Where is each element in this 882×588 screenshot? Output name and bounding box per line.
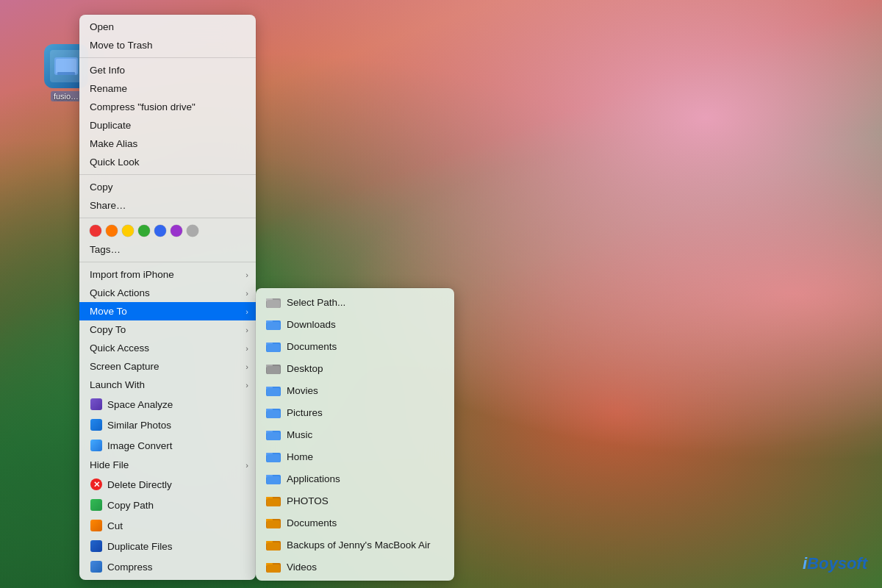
- menu-item-copy[interactable]: Copy: [79, 178, 256, 196]
- context-menu: Open Move to Trash Get Info Rename Compr…: [79, 15, 256, 580]
- pictures-folder-icon: [266, 405, 281, 420]
- submenu-item-photos[interactable]: PHOTOS: [256, 490, 454, 512]
- menu-item-quick-access-label: Quick Access: [90, 343, 149, 354]
- menu-item-space-analyze[interactable]: Space Analyze: [79, 394, 256, 415]
- submenu-backups-label: Backups of Jenny's MacBook Air: [287, 539, 430, 551]
- documents-2-folder-icon: [266, 515, 281, 530]
- menu-item-move-to-trash[interactable]: Move to Trash: [79, 36, 256, 54]
- menu-item-rename-label: Rename: [90, 83, 127, 94]
- cut-icon: [90, 519, 103, 532]
- menu-item-make-alias[interactable]: Make Alias: [79, 135, 256, 153]
- svg-rect-32: [267, 498, 280, 506]
- menu-item-get-info-label: Get Info: [90, 65, 125, 76]
- menu-item-cut-label: Cut: [107, 520, 123, 531]
- submenu-movies-label: Movies: [287, 385, 318, 396]
- svg-rect-17: [267, 388, 280, 396]
- submenu-item-select-path[interactable]: Select Path...: [256, 291, 454, 313]
- menu-item-image-convert[interactable]: Image Convert: [79, 435, 256, 456]
- watermark-suffix: Boysoft: [807, 554, 867, 573]
- menu-item-get-info[interactable]: Get Info: [79, 61, 256, 79]
- menu-item-copy-path[interactable]: Copy Path: [79, 495, 256, 515]
- submenu-item-videos[interactable]: Videos: [256, 556, 454, 578]
- svg-rect-23: [267, 432, 280, 440]
- screen-capture-arrow-icon: ›: [245, 362, 248, 371]
- menu-item-open[interactable]: Open: [79, 18, 256, 36]
- menu-item-similar-photos[interactable]: Similar Photos: [79, 415, 256, 435]
- movies-folder-icon: [266, 383, 281, 398]
- menu-item-space-analyze-label: Space Analyze: [107, 399, 173, 410]
- menu-item-rename[interactable]: Rename: [79, 79, 256, 98]
- home-folder-icon: [266, 449, 281, 464]
- tag-orange[interactable]: [106, 225, 118, 237]
- svg-rect-26: [267, 454, 280, 462]
- submenu-item-applications[interactable]: Applications: [256, 467, 454, 490]
- compress-tool-icon: [90, 560, 103, 573]
- submenu-videos-label: Videos: [287, 562, 317, 573]
- menu-item-copy-to[interactable]: Copy To ›: [79, 320, 256, 339]
- submenu-item-home[interactable]: Home: [256, 445, 454, 467]
- submenu-desktop-label: Desktop: [287, 363, 323, 374]
- menu-item-share[interactable]: Share…: [79, 196, 256, 215]
- documents-1-folder-icon: [266, 339, 281, 354]
- launch-with-arrow-icon: ›: [245, 381, 248, 390]
- menu-item-quick-look-label: Quick Look: [90, 157, 140, 168]
- music-folder-icon: [266, 427, 281, 442]
- svg-rect-38: [267, 542, 280, 551]
- menu-item-copy-label: Copy: [90, 182, 113, 193]
- menu-item-move-to[interactable]: Move To ›: [79, 302, 256, 320]
- menu-item-compress-tool[interactable]: Compress: [79, 556, 256, 577]
- move-to-arrow-icon: ›: [245, 307, 248, 316]
- tag-purple[interactable]: [171, 225, 182, 237]
- menu-item-quick-access[interactable]: Quick Access ›: [79, 339, 256, 357]
- submenu-item-desktop[interactable]: Desktop: [256, 357, 454, 379]
- tag-grey[interactable]: [187, 225, 198, 237]
- menu-item-duplicate[interactable]: Duplicate: [79, 116, 256, 135]
- backups-folder-icon: [266, 537, 281, 552]
- svg-rect-5: [267, 300, 280, 308]
- separator-3: [79, 218, 256, 218]
- svg-rect-11: [267, 344, 280, 352]
- menu-item-quick-actions[interactable]: Quick Actions ›: [79, 284, 256, 302]
- submenu-item-movies[interactable]: Movies: [256, 379, 454, 401]
- menu-item-similar-photos-label: Similar Photos: [107, 420, 171, 431]
- tag-green[interactable]: [138, 225, 150, 237]
- submenu-item-downloads[interactable]: Downloads: [256, 313, 454, 335]
- submenu-music-label: Music: [287, 429, 312, 440]
- menu-item-compress[interactable]: Compress "fusion drive": [79, 98, 256, 116]
- menu-item-duplicate-files[interactable]: Duplicate Files: [79, 536, 256, 556]
- tag-red[interactable]: [90, 225, 101, 237]
- submenu-item-documents-2[interactable]: Documents: [256, 512, 454, 534]
- menu-item-quick-actions-label: Quick Actions: [90, 287, 150, 298]
- menu-item-hide-file-label: Hide File: [90, 459, 129, 470]
- menu-item-delete-directly[interactable]: ✕ Delete Directly: [79, 474, 256, 495]
- menu-item-screen-capture[interactable]: Screen Capture ›: [79, 357, 256, 376]
- menu-item-tags[interactable]: Tags…: [79, 240, 256, 259]
- menu-item-launch-with[interactable]: Launch With ›: [79, 376, 256, 394]
- menu-item-launch-with-label: Launch With: [90, 379, 145, 390]
- submenu-item-pictures[interactable]: Pictures: [256, 401, 454, 423]
- menu-item-hide-file[interactable]: Hide File ›: [79, 456, 256, 474]
- hide-file-arrow-icon: ›: [245, 461, 248, 470]
- menu-item-import-label: Import from iPhone: [90, 269, 174, 280]
- menu-item-share-label: Share…: [90, 200, 126, 211]
- menu-item-compress-label: Compress "fusion drive": [90, 101, 196, 112]
- submenu-item-backups[interactable]: Backups of Jenny's MacBook Air: [256, 534, 454, 556]
- menu-item-image-convert-label: Image Convert: [107, 440, 173, 451]
- tag-yellow[interactable]: [122, 225, 134, 237]
- submenu-item-documents-1[interactable]: Documents: [256, 335, 454, 357]
- menu-item-import-from-iphone[interactable]: Import from iPhone ›: [79, 265, 256, 284]
- menu-item-quick-look[interactable]: Quick Look: [79, 153, 256, 171]
- svg-rect-20: [267, 410, 280, 418]
- menu-item-cut[interactable]: Cut: [79, 515, 256, 536]
- applications-folder-icon: [266, 471, 281, 486]
- space-analyze-icon: [90, 398, 103, 411]
- tag-blue[interactable]: [154, 225, 166, 237]
- image-convert-icon: [90, 439, 103, 452]
- menu-item-open-label: Open: [90, 21, 114, 32]
- submenu-item-music[interactable]: Music: [256, 423, 454, 445]
- submenu-documents-2-label: Documents: [287, 517, 337, 528]
- submenu-applications-label: Applications: [287, 473, 340, 484]
- svg-rect-8: [267, 322, 280, 330]
- svg-rect-1: [56, 59, 76, 74]
- svg-rect-0: [54, 57, 78, 75]
